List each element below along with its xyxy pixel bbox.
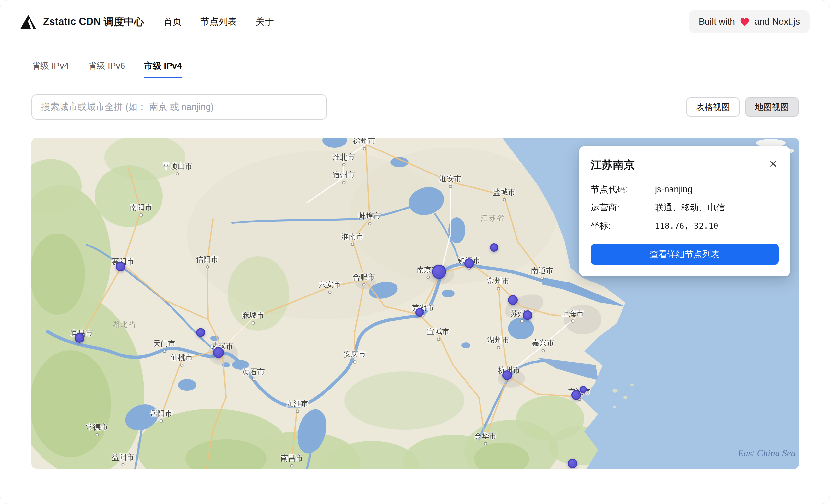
app-title: Zstatic CDN 调度中心	[43, 15, 144, 29]
navbar: Zstatic CDN 调度中心 首页 节点列表 关于 Built with a…	[0, 0, 830, 43]
node-code-label: 节点代码:	[591, 184, 655, 195]
map-city-label: 嘉兴市	[532, 338, 554, 352]
map-city-label: 南通市	[531, 265, 553, 280]
node-marker[interactable]	[74, 333, 84, 343]
nav-link-home[interactable]: 首页	[164, 15, 182, 28]
coords-value: 118.76, 32.10	[655, 221, 779, 230]
map-city-label: 南昌市	[281, 453, 303, 467]
map-city-label: 信阳市	[196, 254, 219, 269]
map-city-label: 六安市	[319, 280, 341, 294]
map-city-label: 盐城市	[493, 187, 515, 201]
built-with-badge[interactable]: Built with and Next.js	[689, 10, 809, 33]
node-marker[interactable]	[213, 347, 224, 358]
heart-icon	[739, 17, 750, 27]
map-city-label: 黄石市	[243, 367, 265, 381]
map-city-label: 常州市	[487, 276, 510, 290]
map-city-label: 淮南市	[342, 231, 364, 246]
map-city-label: 淮北市	[333, 152, 355, 166]
node-marker[interactable]	[580, 386, 587, 393]
table-view-button[interactable]: 表格视图	[687, 97, 739, 117]
map-city-label: 上海市	[562, 309, 584, 323]
node-marker[interactable]	[523, 310, 532, 320]
node-marker[interactable]	[116, 262, 125, 272]
app-window: Zstatic CDN 调度中心 首页 节点列表 关于 Built with a…	[0, 0, 830, 504]
map-city-label: 蚌埠市	[359, 211, 381, 225]
main-content: 省级 IPv4 省级 IPv6 市级 IPv4 表格视图 地图视图	[0, 60, 830, 469]
nav-link-nodes[interactable]: 节点列表	[201, 15, 237, 28]
node-marker[interactable]	[196, 328, 205, 337]
map-province-label: 江苏省	[481, 213, 505, 223]
tab-bar: 省级 IPv4 省级 IPv6 市级 IPv4	[31, 60, 799, 78]
map-city-label: 金华市	[474, 431, 497, 445]
map-city-label: 安庆市	[344, 349, 366, 364]
popup-row-carrier: 运营商: 联通、移动、电信	[591, 202, 779, 213]
popup-row-coords: 坐标: 118.76, 32.10	[591, 220, 779, 231]
node-marker[interactable]	[464, 258, 474, 268]
map-city-label: 合肥市	[353, 272, 375, 286]
close-icon[interactable]: ✕	[767, 158, 779, 170]
controls-row: 表格视图 地图视图	[31, 94, 799, 120]
map-city-label: 九江市	[286, 399, 309, 413]
node-marker[interactable]	[571, 390, 581, 400]
map-province-label: 湖北省	[113, 320, 137, 329]
popup-row-code: 节点代码: js-nanjing	[591, 184, 779, 195]
map-city-label: 九江市	[286, 399, 309, 413]
tab-province-ipv4[interactable]: 省级 IPv4	[31, 60, 69, 78]
map-city-label: 益阳市	[112, 452, 134, 466]
map-city-label: 南阳市	[130, 202, 152, 217]
map-city-label: 仙桃市	[170, 352, 193, 367]
map-city-label: 岳阳市	[150, 408, 172, 422]
node-marker[interactable]	[490, 243, 498, 252]
badge-suffix: and Next.js	[755, 17, 800, 27]
node-marker[interactable]	[432, 265, 446, 279]
node-marker[interactable]	[568, 459, 577, 468]
popup-title: 江苏南京	[591, 158, 635, 172]
map-city-label: 天门市	[153, 339, 176, 353]
map-city-label: 徐州市	[353, 138, 376, 150]
map-canvas[interactable]: 徐州市淮北市宿州市淮安市盐城市平顶山市南阳市蚌埠市淮南市信阳市襄阳市镇江市南京市…	[31, 138, 799, 469]
map-city-label: 淮安市	[439, 174, 462, 188]
map-city-label: 宿州市	[333, 170, 355, 184]
map-city-label: 常德市	[86, 422, 108, 436]
map-city-label: 宣城市	[427, 326, 450, 341]
logo-icon	[21, 14, 36, 29]
node-marker[interactable]	[508, 295, 518, 305]
map-city-label: 麻城市	[242, 310, 264, 325]
tab-city-ipv4[interactable]: 市级 IPv4	[144, 60, 182, 78]
coords-label: 坐标:	[591, 220, 655, 231]
carrier-value: 联通、移动、电信	[655, 202, 779, 213]
node-code-value: js-nanjing	[655, 185, 779, 195]
brand: Zstatic CDN 调度中心	[21, 14, 144, 29]
node-popup: 江苏南京 ✕ 节点代码: js-nanjing 运营商: 联通、移动、电信 坐标…	[579, 146, 791, 276]
search-input[interactable]	[31, 94, 327, 120]
carrier-label: 运营商:	[591, 202, 655, 213]
map-city-label: 湖州市	[487, 335, 510, 349]
node-marker[interactable]	[415, 308, 424, 317]
view-toggle: 表格视图 地图视图	[687, 97, 799, 117]
nav-links: 首页 节点列表 关于	[164, 15, 274, 28]
nav-link-about[interactable]: 关于	[256, 15, 274, 28]
map-city-label: 平顶山市	[162, 161, 192, 176]
map-view-button[interactable]: 地图视图	[745, 97, 799, 117]
tab-province-ipv6[interactable]: 省级 IPv6	[88, 60, 125, 78]
node-marker[interactable]	[502, 370, 512, 380]
view-node-list-button[interactable]: 查看详细节点列表	[591, 244, 779, 265]
badge-prefix: Built with	[699, 17, 735, 27]
